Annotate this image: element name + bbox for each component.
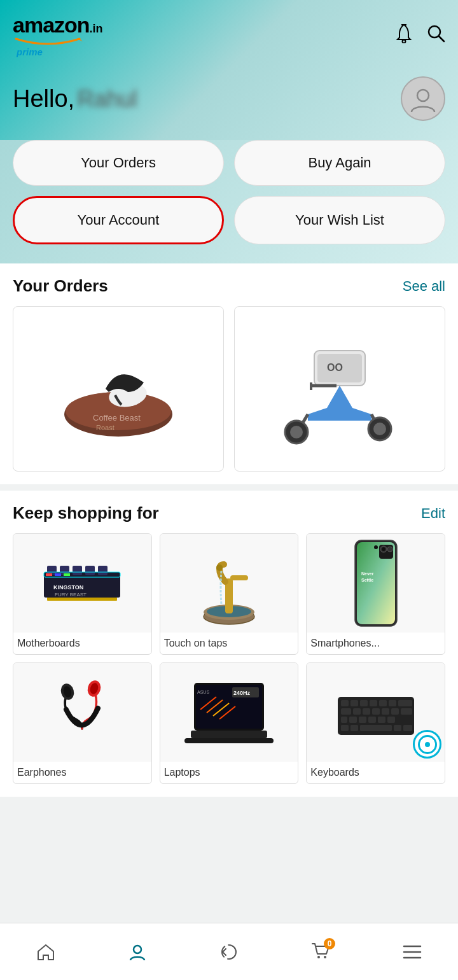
svg-rect-71 [398, 700, 412, 706]
svg-rect-38 [230, 575, 248, 580]
svg-text:Never: Never [361, 571, 374, 576]
svg-rect-76 [382, 708, 389, 715]
faucet-svg [197, 540, 261, 626]
logo-smile-svg [13, 38, 83, 46]
menu-icon [403, 944, 422, 960]
main-content: Your Orders See all [0, 263, 458, 867]
product-label-taps: Touch on taps [160, 633, 298, 654]
nav-home[interactable] [0, 942, 92, 962]
hello-section: Hello, Rahul [13, 64, 445, 140]
your-wish-list-button[interactable]: Your Wish List [234, 196, 445, 244]
nav-returns[interactable] [183, 942, 275, 962]
svg-rect-62 [191, 731, 267, 738]
svg-rect-63 [184, 738, 274, 743]
alexa-badge [413, 730, 441, 759]
bottom-nav: 0 [0, 923, 458, 980]
cart-badge: 0 [311, 941, 330, 963]
svg-rect-74 [363, 708, 370, 715]
keep-shopping-title: Keep shopping for [13, 503, 159, 523]
product-card-laptops[interactable]: 240Hz ASUS Laptops [160, 662, 299, 784]
order-img-2: OO [245, 319, 434, 459]
svg-line-4 [439, 36, 444, 41]
bell-icon[interactable] [394, 23, 413, 48]
alexa-dot [425, 742, 430, 747]
svg-rect-78 [401, 708, 412, 715]
keyboard-container [307, 663, 445, 762]
search-icon[interactable] [426, 24, 445, 47]
hello-text: Hello, [13, 85, 74, 112]
svg-rect-88 [394, 725, 401, 731]
svg-rect-80 [349, 717, 357, 723]
home-icon [36, 942, 55, 962]
laptop-svg: 240Hz ASUS [184, 678, 274, 748]
keyboard-svg [335, 687, 417, 738]
product-label-smartphones: Smartphones... [307, 633, 445, 654]
svg-rect-86 [350, 725, 358, 731]
product-label-laptops: Laptops [160, 762, 298, 783]
svg-rect-70 [389, 700, 396, 706]
svg-text:KINGSTON: KINGSTON [53, 584, 83, 591]
user-name: Rahul [78, 86, 137, 113]
svg-text:240Hz: 240Hz [233, 690, 251, 696]
svg-point-43 [374, 545, 378, 549]
your-account-button[interactable]: Your Account [13, 196, 224, 244]
svg-rect-85 [341, 725, 349, 731]
svg-point-17 [373, 423, 386, 435]
svg-point-46 [382, 547, 385, 551]
svg-text:FURY BEAST: FURY BEAST [55, 592, 87, 598]
svg-rect-28 [55, 573, 61, 576]
svg-rect-72 [341, 708, 351, 715]
product-label-keyboards: Keyboards [307, 762, 445, 783]
buy-again-button[interactable]: Buy Again [234, 140, 445, 186]
product-label-motherboards: Motherboards [13, 633, 151, 654]
svg-rect-66 [350, 700, 358, 706]
order-card-1[interactable]: Coffee Beast Roast [13, 306, 224, 472]
product-card-motherboards[interactable]: KINGSTON FURY BEAST Motherboards [13, 533, 152, 655]
your-orders-button[interactable]: Your Orders [13, 140, 224, 186]
svg-rect-29 [64, 573, 70, 576]
keep-shopping-edit[interactable]: Edit [421, 505, 445, 522]
svg-rect-73 [353, 708, 361, 715]
avatar[interactable] [401, 76, 445, 121]
product-label-earphones: Earphones [13, 762, 151, 783]
prime-label: prime [17, 46, 43, 57]
product-card-taps[interactable]: Touch on taps [160, 533, 299, 655]
orders-row: Coffee Beast Roast OO [13, 306, 445, 472]
svg-text:ASUS: ASUS [197, 690, 209, 694]
svg-rect-87 [360, 725, 392, 731]
nav-cart[interactable]: 0 [275, 941, 366, 963]
product-card-keyboards[interactable]: Keyboards [306, 662, 445, 784]
alexa-inner [418, 735, 437, 754]
svg-text:Roast: Roast [96, 424, 114, 431]
svg-rect-77 [391, 708, 399, 715]
svg-point-5 [417, 90, 429, 101]
svg-rect-68 [370, 700, 377, 706]
actions-grid: Your Orders Buy Again Your Account Your … [13, 140, 445, 244]
svg-point-1 [403, 39, 406, 43]
svg-rect-32 [47, 598, 117, 601]
account-icon [128, 942, 147, 962]
svg-point-92 [317, 956, 320, 958]
logo-in: .in [90, 23, 103, 34]
header-icons [394, 23, 445, 48]
svg-rect-69 [379, 700, 387, 706]
svg-point-47 [387, 547, 392, 552]
order-card-2[interactable]: OO [234, 306, 445, 472]
quick-actions: Your Orders Buy Again Your Account Your … [0, 140, 458, 263]
product-img-taps [160, 534, 298, 633]
orders-see-all[interactable]: See all [403, 278, 445, 295]
ram-svg: KINGSTON FURY BEAST [41, 563, 123, 604]
earphones-svg [44, 671, 120, 754]
greeting: Hello, Rahul [13, 85, 137, 113]
nav-menu[interactable] [366, 944, 458, 960]
product-img-smartphones: Never Settle [307, 534, 445, 633]
product-img-motherboards: KINGSTON FURY BEAST [13, 534, 151, 633]
svg-rect-23 [73, 566, 82, 575]
svg-rect-25 [98, 566, 108, 575]
product-card-smartphones[interactable]: Never Settle Smartphones... [306, 533, 445, 655]
header-top: amazon .in prime [13, 6, 445, 64]
svg-point-37 [216, 564, 223, 571]
nav-account[interactable] [92, 942, 183, 962]
svg-rect-27 [46, 573, 52, 576]
product-card-earphones[interactable]: Earphones [13, 662, 152, 784]
